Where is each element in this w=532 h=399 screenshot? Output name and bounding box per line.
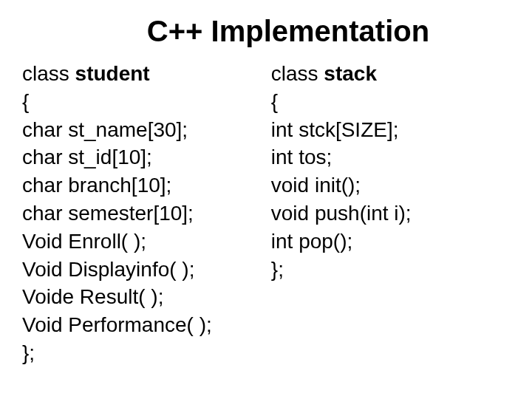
- content-columns: class student { char st_name[30]; char s…: [22, 60, 510, 367]
- code-line: Void Performance( );: [22, 311, 212, 339]
- code-line: };: [22, 339, 212, 367]
- right-class-keyword: class: [271, 62, 324, 85]
- code-line: void init();: [271, 171, 412, 200]
- code-line: };: [271, 256, 412, 284]
- code-line: char st_id[10];: [22, 143, 212, 171]
- right-class-name: stack: [324, 62, 377, 85]
- code-line: char semester[10];: [22, 200, 212, 228]
- code-line: Void Displayinfo( );: [22, 256, 212, 284]
- left-class-keyword: class: [22, 62, 75, 85]
- code-line: int tos;: [271, 143, 412, 171]
- left-class-name: student: [75, 62, 150, 85]
- left-class-declaration: class student: [22, 60, 212, 88]
- code-line: Void Enroll( );: [22, 228, 212, 256]
- code-line: {: [22, 88, 212, 116]
- left-column: class student { char st_name[30]; char s…: [22, 60, 212, 367]
- page-title: C++ Implementation: [66, 15, 510, 48]
- code-line: char branch[10];: [22, 171, 212, 200]
- code-line: void push(int i);: [271, 200, 412, 228]
- code-line: int pop();: [271, 228, 412, 256]
- code-line: int stck[SIZE];: [271, 116, 412, 144]
- right-class-declaration: class stack: [271, 60, 412, 88]
- right-column: class stack { int stck[SIZE]; int tos; v…: [249, 60, 412, 367]
- code-line: Voide Result( );: [22, 283, 212, 311]
- code-line: char st_name[30];: [22, 116, 212, 144]
- code-line: {: [271, 88, 412, 116]
